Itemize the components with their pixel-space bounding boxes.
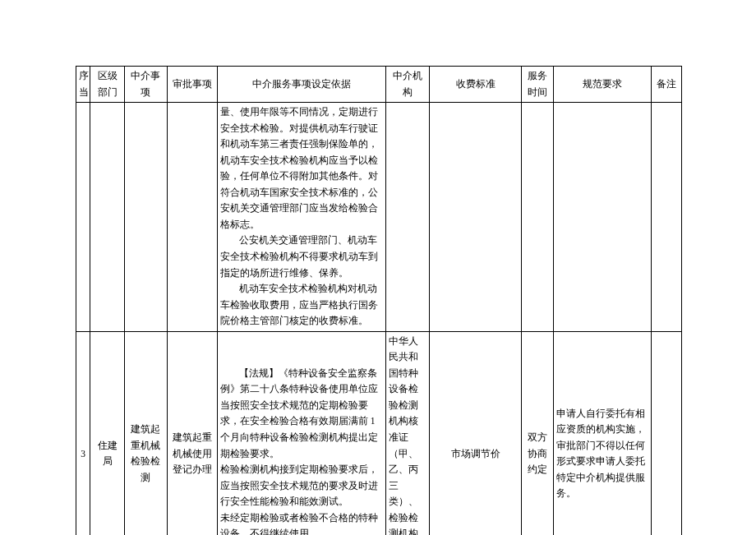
cell-seq: 3 <box>76 331 90 535</box>
regulation-table: 序当 区级部门 中介事项 审批事项 中介服务事项设定依据 中介机构 收费标准 服… <box>76 66 682 535</box>
basis-para: 未经定期检验或者检验不合格的特种设备，不得继续使用。 <box>220 510 383 535</box>
basis-para: 【法规】《特种设备安全监察条例》第二十八条特种设备使用单位应当按照安全技术规范的… <box>220 366 383 462</box>
hdr-approval: 审批事项 <box>167 67 217 103</box>
basis-para: 公安机关交通管理部门、机动车安全技术检验机构不得要求机动车到指定的场所进行维修、… <box>220 233 383 281</box>
hdr-seq: 序当 <box>76 67 90 103</box>
hdr-basis: 中介服务事项设定依据 <box>217 67 385 103</box>
basis-para: 检验检测机构接到定期检验要求后，应当按照安全技术规范的要求及时进行安全性能检验和… <box>220 462 383 510</box>
cell-svc <box>125 103 167 332</box>
cell-dept: 住建局 <box>90 331 125 535</box>
basis-para: 量、使用年限等不同情况，定期进行安全技术检验。对提供机动车行驶证和机动车第三者责… <box>220 104 383 233</box>
cell-req <box>554 103 652 332</box>
header-row: 序当 区级部门 中介事项 审批事项 中介服务事项设定依据 中介机构 收费标准 服… <box>76 67 682 103</box>
cell-basis: 【法规】《特种设备安全监察条例》第二十八条特种设备使用单位应当按照安全技术规范的… <box>217 331 385 535</box>
cell-agency: 中华人民共和国特种设备检验检测机构核准证（甲、乙、丙三类）、检验检测机构资质认定… <box>385 331 429 535</box>
hdr-svc: 中介事项 <box>125 67 167 103</box>
cell-approval <box>167 103 217 332</box>
hdr-fee: 收费标准 <box>429 67 522 103</box>
cell-fee: 市场调节价 <box>429 331 522 535</box>
cell-approval: 建筑起重机械使用登记办理 <box>167 331 217 535</box>
cell-fee <box>429 103 522 332</box>
cell-note <box>652 331 682 535</box>
basis-para: 机动车安全技术检验机构对机动车检验收取费用，应当严格执行国务院价格主管部门核定的… <box>220 281 383 330</box>
cell-dept <box>90 103 125 332</box>
hdr-agency: 中介机构 <box>385 67 429 103</box>
cell-time <box>522 103 554 332</box>
cell-agency <box>385 103 429 332</box>
hdr-dept: 区级部门 <box>90 67 125 103</box>
cell-svc: 建筑起重机械检验检测 <box>125 331 167 535</box>
cell-basis: 量、使用年限等不同情况，定期进行安全技术检验。对提供机动车行驶证和机动车第三者责… <box>217 103 385 332</box>
hdr-note: 备注 <box>652 67 682 103</box>
table-row: 量、使用年限等不同情况，定期进行安全技术检验。对提供机动车行驶证和机动车第三者责… <box>76 103 682 332</box>
hdr-req: 规范要求 <box>554 67 652 103</box>
cell-note <box>652 103 682 332</box>
table-row: 3 住建局 建筑起重机械检验检测 建筑起重机械使用登记办理 【法规】《特种设备安… <box>76 331 682 535</box>
cell-time: 双方协商约定 <box>522 331 554 535</box>
cell-req: 申请人自行委托有相应资质的机构实施，审批部门不得以任何形式要求申请人委托特定中介… <box>554 331 652 535</box>
hdr-time: 服务时间 <box>522 67 554 103</box>
cell-seq <box>76 103 90 332</box>
